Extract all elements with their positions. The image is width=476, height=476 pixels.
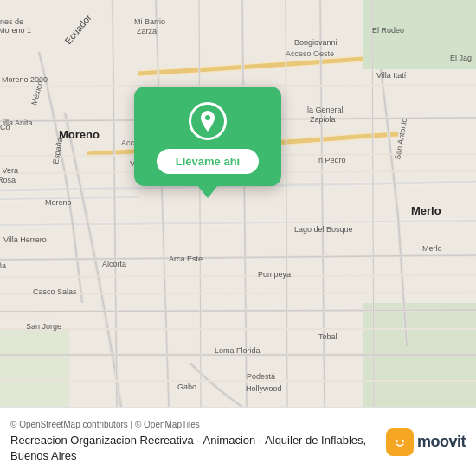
- svg-text:El Jag: El Jag: [450, 54, 472, 62]
- map-popup: Llévame ahí: [134, 87, 281, 186]
- svg-text:Acceso Oeste: Acceso Oeste: [286, 49, 334, 58]
- place-info-block: © OpenStreetMap contributors | © OpenMap…: [10, 420, 377, 464]
- moovit-brand-text: moovit: [417, 433, 466, 451]
- svg-text:n Pedro: n Pedro: [318, 156, 346, 164]
- svg-text:Merlo: Merlo: [411, 204, 441, 217]
- place-name-text: Recreacion Organizacion Recreativa - Ani…: [10, 433, 377, 464]
- svg-text:la General: la General: [307, 106, 344, 114]
- svg-text:Mi Barrio: Mi Barrio: [134, 17, 165, 26]
- svg-text:ña: ña: [0, 261, 6, 270]
- svg-text:Gabo: Gabo: [177, 383, 196, 391]
- svg-text:Arca Este: Arca Este: [169, 254, 203, 263]
- svg-text:Loma Florida: Loma Florida: [215, 346, 261, 355]
- svg-text:Pompeya: Pompeya: [258, 270, 291, 279]
- svg-text:Zarza: Zarza: [137, 27, 157, 35]
- svg-text:Lago del Bosque: Lago del Bosque: [294, 225, 353, 234]
- svg-text:Merlo: Merlo: [422, 244, 442, 253]
- svg-text:Moreno: Moreno: [59, 128, 100, 141]
- navigate-button[interactable]: Llévame ahí: [157, 149, 259, 174]
- svg-text:Podestá: Podestá: [247, 372, 275, 381]
- svg-point-83: [402, 440, 404, 442]
- svg-text:Hollywood: Hollywood: [246, 384, 282, 393]
- svg-text:Moreno 1: Moreno 1: [0, 26, 31, 35]
- svg-point-82: [396, 440, 398, 442]
- attribution-text: © OpenStreetMap contributors | © OpenMap…: [10, 420, 377, 429]
- svg-text:Villa Itatí: Villa Itatí: [376, 71, 407, 80]
- svg-text:Casco Salas: Casco Salas: [33, 287, 77, 296]
- svg-text:El Rodeo: El Rodeo: [372, 26, 404, 35]
- svg-text:San Jorge: San Jorge: [26, 322, 61, 331]
- svg-text:Villa Herrero: Villa Herrero: [3, 235, 47, 244]
- svg-text:Co: Co: [0, 123, 10, 132]
- svg-text:Zapiola: Zapiola: [310, 115, 336, 124]
- svg-text:lnes de: lnes de: [0, 17, 23, 26]
- svg-text:Rosa: Rosa: [0, 176, 16, 184]
- svg-point-80: [205, 115, 210, 120]
- svg-text:r Vera: r Vera: [0, 166, 18, 175]
- map-container: Ecuador Mi Barrio Zarza El Rodeo lnes de…: [0, 0, 476, 407]
- moovit-logo: moovit: [386, 428, 466, 456]
- svg-rect-3: [0, 329, 69, 407]
- svg-text:Moreno: Moreno: [45, 198, 72, 207]
- location-pin-icon: [189, 102, 227, 140]
- moovit-icon: [386, 428, 414, 456]
- svg-point-81: [391, 434, 408, 451]
- svg-text:Tobal: Tobal: [318, 332, 338, 341]
- svg-text:Bongiovanni: Bongiovanni: [294, 38, 338, 47]
- svg-text:Alcorta: Alcorta: [102, 260, 126, 268]
- bottom-bar: © OpenStreetMap contributors | © OpenMap…: [0, 407, 476, 476]
